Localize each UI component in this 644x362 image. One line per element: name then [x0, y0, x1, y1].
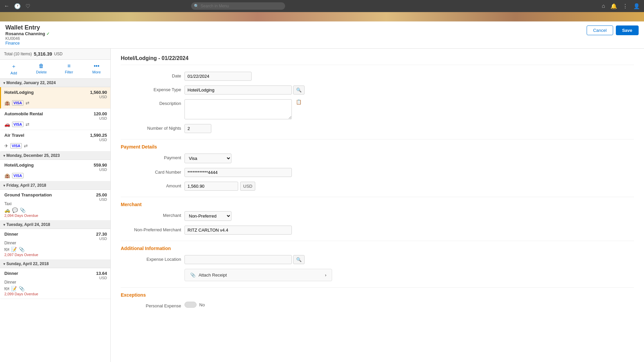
expense-amount-value: 1,590.25 [90, 133, 107, 138]
date-group-apr-2018-27[interactable]: ▾ Friday, April 27, 2018 [0, 181, 110, 190]
more-button[interactable]: ••• More [83, 61, 110, 77]
expense-list: ▾ Monday, January 22, 2024 Hotel/Lodging… [0, 79, 110, 362]
expense-name: Ground Transportation [4, 192, 52, 197]
expense-location-row: Expense Location 🔍 [121, 255, 634, 264]
filter-button[interactable]: ≡ Filter [55, 61, 83, 77]
favorites-icon[interactable]: ♡ [25, 3, 30, 9]
user-id: KU0046 [5, 36, 50, 41]
hotel-icon: 🏨 [4, 100, 10, 106]
expense-name: Dinner [4, 271, 18, 276]
date-group-apr-2018-22[interactable]: ▾ Sunday, April 22, 2018 [0, 260, 110, 268]
more-menu-icon[interactable]: ⋮ [623, 3, 628, 9]
summary-bar: Total (10 Items) 5,316.39 USD [0, 49, 110, 60]
overdue-text: 2,099 Days Overdue [4, 292, 107, 296]
expense-item-auto[interactable]: Automobile Rental 120.00 USD 🚗 VISA ⇄ [0, 109, 110, 130]
additional-section-header: Additional Information [121, 241, 634, 251]
personal-expense-toggle-label: No [199, 302, 205, 307]
page-title-section: Wallet Entry Rosanna Channing ✓ KU0046 F… [5, 24, 50, 46]
back-icon[interactable]: ← [4, 3, 9, 9]
payment-select[interactable]: Visa Mastercard Cash [184, 154, 231, 163]
expense-item-dinner-24[interactable]: Dinner 27.30 USD Dinner 🍽 📝 📎 2,097 Days… [0, 229, 110, 260]
add-button[interactable]: ＋ Add [0, 61, 28, 77]
add-icon: ＋ [11, 63, 16, 70]
merchant-label: Merchant [121, 211, 181, 218]
expense-item-hotel-jan[interactable]: Hotel/Lodging 1,560.90 USD 🏨 VISA ⇄ [0, 87, 110, 109]
delete-icon: 🗑 [39, 63, 44, 69]
chevron-icon: ▾ [3, 154, 5, 158]
cancel-button[interactable]: Cancel [587, 25, 613, 35]
delete-label: Delete [36, 70, 47, 74]
taxi-icon: 🚕 [4, 207, 10, 213]
expense-location-search-button[interactable]: 🔍 [293, 255, 305, 264]
delete-button[interactable]: 🗑 Delete [28, 61, 55, 77]
bell-icon[interactable]: 🔔 [610, 3, 617, 9]
history-icon[interactable]: 🕐 [14, 3, 21, 9]
expense-amount-value: 27.30 [96, 232, 107, 237]
card-number-input[interactable] [184, 168, 292, 177]
expense-type-search-button[interactable]: 🔍 [293, 85, 305, 95]
merchant-select[interactable]: Non-Preferred Preferred [184, 211, 231, 221]
avatar-icon[interactable]: 👤 [633, 3, 640, 9]
date-input[interactable] [184, 72, 252, 81]
nights-input[interactable] [184, 124, 211, 133]
personal-expense-label: Personal Expense [121, 302, 181, 308]
visa-icon: VISA [12, 100, 23, 106]
expense-amount-value: 559.90 [94, 163, 107, 168]
expense-sublabel: Dinner [4, 241, 107, 245]
expense-sublabel: Taxi [4, 201, 107, 206]
home-icon[interactable]: ⌂ [602, 3, 605, 9]
add-label: Add [10, 71, 17, 75]
user-name: Rosanna Channing ✓ [5, 31, 50, 36]
filter-icon: ≡ [67, 63, 70, 69]
merchant-control: Non-Preferred Preferred [184, 211, 352, 221]
date-group-apr-2018-24[interactable]: ▾ Tuesday, April 24, 2018 [0, 221, 110, 229]
expense-name: Hotel/Lodging [4, 163, 34, 168]
search-input[interactable] [191, 2, 285, 10]
date-group-dec-2023[interactable]: ▾ Monday, December 25, 2023 [0, 152, 110, 160]
search-bar: 🔍 [191, 2, 285, 10]
payment-row: Payment Visa Mastercard Cash [121, 154, 634, 163]
non-preferred-row: Non-Preferred Merchant [121, 226, 634, 235]
amount-row: Amount USD [121, 182, 634, 191]
personal-expense-toggle[interactable] [184, 302, 197, 308]
top-bar-right-icons: ⌂ 🔔 ⋮ 👤 [602, 3, 640, 9]
date-group-label: Sunday, April 22, 2018 [6, 261, 49, 266]
personal-expense-row: Personal Expense No [121, 302, 634, 308]
attach-receipt-control: 📎 Attach Receipt › [184, 269, 352, 281]
overdue-text: 2,094 Days Overdue [4, 214, 107, 218]
chevron-icon: ▾ [3, 184, 5, 187]
expense-amount-value: 13.64 [96, 271, 107, 276]
expense-location-control: 🔍 [184, 255, 352, 264]
attachment-icon: 📎 [19, 286, 24, 291]
expense-currency: USD [96, 276, 107, 280]
expense-item-transport[interactable]: Ground Transportation 25.00 USD Taxi 🚕 💬… [0, 190, 110, 221]
description-label: Description [121, 99, 181, 106]
expense-currency: USD [90, 95, 107, 99]
attach-receipt-button[interactable]: 📎 Attach Receipt › [184, 269, 332, 281]
amount-input[interactable] [184, 182, 238, 191]
expense-amount-value: 25.00 [96, 192, 107, 197]
hotel-icon: 🏨 [4, 173, 10, 178]
description-row: Description 📋 [121, 99, 634, 119]
date-group-label: Monday, January 22, 2024 [6, 80, 56, 85]
expense-location-input[interactable] [184, 255, 292, 264]
date-row: Date [121, 72, 634, 81]
non-preferred-input[interactable] [184, 226, 292, 235]
edit-icon: 📝 [11, 286, 17, 291]
page-title: Wallet Entry [5, 24, 50, 31]
expense-amount-value: 120.00 [94, 111, 107, 116]
chevron-icon: ▾ [3, 262, 5, 266]
copy-icon[interactable]: 📋 [296, 99, 302, 105]
date-group-jan-2024[interactable]: ▾ Monday, January 22, 2024 [0, 79, 110, 87]
save-button[interactable]: Save [616, 25, 639, 35]
card-number-control [184, 168, 352, 177]
description-textarea[interactable] [184, 99, 292, 119]
expense-type-input[interactable] [184, 85, 292, 95]
more-label: More [92, 70, 101, 74]
dinner-icon: 🍽 [4, 286, 9, 291]
expense-currency: USD [96, 197, 107, 201]
expense-item-air[interactable]: Air Travel 1,590.25 USD ✈ VISA ⇄ [0, 130, 110, 152]
form-title: Hotel/Lodging - 01/22/2024 [121, 55, 634, 65]
expense-item-dinner-22[interactable]: Dinner 13.64 USD Dinner 🍽 📝 📎 2,099 Days… [0, 268, 110, 299]
expense-item-hotel-dec[interactable]: Hotel/Lodging 559.90 USD 🏨 VISA [0, 160, 110, 181]
